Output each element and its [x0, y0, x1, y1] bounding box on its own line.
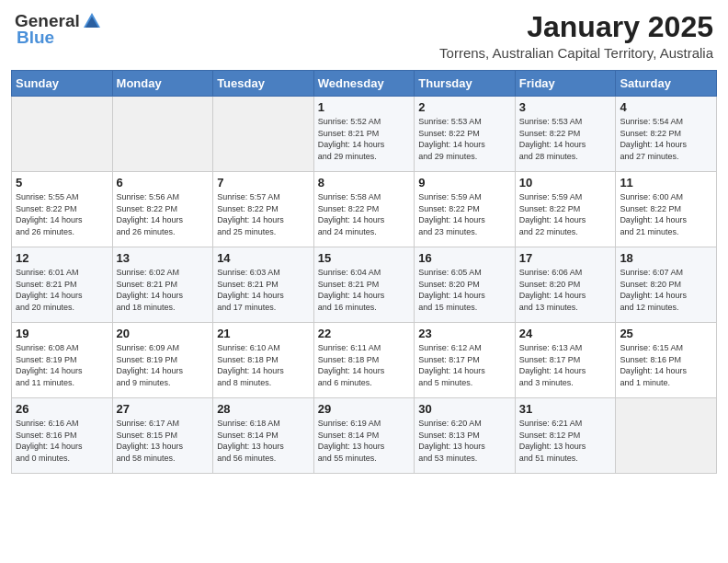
day-header-monday: Monday — [112, 71, 213, 97]
calendar-cell: 23Sunrise: 6:12 AM Sunset: 8:17 PM Dayli… — [415, 323, 516, 398]
day-number: 25 — [620, 327, 712, 340]
day-number: 27 — [117, 402, 210, 416]
day-info: Sunrise: 5:59 AM Sunset: 8:22 PM Dayligh… — [418, 191, 511, 237]
day-number: 26 — [16, 402, 108, 416]
day-number: 20 — [117, 327, 210, 340]
calendar-cell: 6Sunrise: 5:56 AM Sunset: 8:22 PM Daylig… — [112, 172, 213, 247]
day-info: Sunrise: 6:16 AM Sunset: 8:16 PM Dayligh… — [16, 418, 108, 464]
day-info: Sunrise: 6:09 AM Sunset: 8:19 PM Dayligh… — [117, 342, 210, 388]
calendar-cell: 11Sunrise: 6:00 AM Sunset: 8:22 PM Dayli… — [616, 172, 717, 247]
day-number: 23 — [418, 327, 511, 340]
day-info: Sunrise: 6:20 AM Sunset: 8:13 PM Dayligh… — [418, 418, 511, 464]
day-number: 15 — [318, 251, 411, 265]
calendar-cell: 3Sunrise: 5:53 AM Sunset: 8:22 PM Daylig… — [515, 97, 616, 172]
day-number: 18 — [620, 251, 712, 265]
day-info: Sunrise: 6:10 AM Sunset: 8:18 PM Dayligh… — [217, 342, 310, 388]
calendar-week-2: 5Sunrise: 5:55 AM Sunset: 8:22 PM Daylig… — [12, 172, 717, 247]
day-info: Sunrise: 5:55 AM Sunset: 8:22 PM Dayligh… — [16, 191, 108, 237]
calendar-cell: 16Sunrise: 6:05 AM Sunset: 8:20 PM Dayli… — [415, 247, 516, 323]
day-info: Sunrise: 5:58 AM Sunset: 8:22 PM Dayligh… — [318, 191, 411, 237]
day-number: 24 — [519, 327, 612, 340]
calendar-cell: 19Sunrise: 6:08 AM Sunset: 8:19 PM Dayli… — [12, 323, 113, 398]
day-info: Sunrise: 6:08 AM Sunset: 8:19 PM Dayligh… — [16, 342, 108, 388]
day-header-thursday: Thursday — [415, 71, 516, 97]
day-info: Sunrise: 6:02 AM Sunset: 8:21 PM Dayligh… — [117, 267, 210, 313]
calendar-header-row: SundayMondayTuesdayWednesdayThursdayFrid… — [12, 71, 717, 97]
calendar-cell: 27Sunrise: 6:17 AM Sunset: 8:15 PM Dayli… — [112, 398, 213, 474]
day-info: Sunrise: 6:18 AM Sunset: 8:14 PM Dayligh… — [217, 418, 310, 464]
day-number: 2 — [418, 100, 511, 114]
day-info: Sunrise: 6:03 AM Sunset: 8:21 PM Dayligh… — [217, 267, 310, 313]
day-number: 21 — [217, 327, 310, 340]
day-number: 17 — [519, 251, 612, 265]
day-info: Sunrise: 6:05 AM Sunset: 8:20 PM Dayligh… — [418, 267, 511, 313]
calendar-week-1: 1Sunrise: 5:52 AM Sunset: 8:21 PM Daylig… — [12, 97, 717, 172]
calendar-cell: 4Sunrise: 5:54 AM Sunset: 8:22 PM Daylig… — [616, 97, 717, 172]
day-info: Sunrise: 6:01 AM Sunset: 8:21 PM Dayligh… — [16, 267, 108, 313]
calendar-cell: 25Sunrise: 6:15 AM Sunset: 8:16 PM Dayli… — [616, 323, 717, 398]
day-number: 13 — [117, 251, 210, 265]
logo-blue-text: Blue — [17, 28, 54, 48]
logo: General Blue — [15, 11, 102, 48]
day-number: 14 — [217, 251, 310, 265]
day-number: 9 — [418, 176, 511, 190]
location-subtitle: Torrens, Australian Capital Territory, A… — [439, 45, 713, 61]
day-info: Sunrise: 5:52 AM Sunset: 8:21 PM Dayligh… — [318, 116, 411, 162]
day-number: 4 — [620, 100, 712, 114]
day-info: Sunrise: 6:15 AM Sunset: 8:16 PM Dayligh… — [620, 342, 712, 388]
calendar-week-4: 19Sunrise: 6:08 AM Sunset: 8:19 PM Dayli… — [12, 323, 717, 398]
calendar-cell — [213, 97, 314, 172]
day-info: Sunrise: 5:59 AM Sunset: 8:22 PM Dayligh… — [519, 191, 612, 237]
calendar-container: SundayMondayTuesdayWednesdayThursdayFrid… — [0, 64, 728, 485]
calendar-cell: 29Sunrise: 6:19 AM Sunset: 8:14 PM Dayli… — [313, 398, 415, 474]
day-info: Sunrise: 6:13 AM Sunset: 8:17 PM Dayligh… — [519, 342, 612, 388]
day-number: 7 — [217, 176, 310, 190]
calendar-cell: 10Sunrise: 5:59 AM Sunset: 8:22 PM Dayli… — [515, 172, 616, 247]
calendar-cell: 7Sunrise: 5:57 AM Sunset: 8:22 PM Daylig… — [213, 172, 314, 247]
calendar-cell: 15Sunrise: 6:04 AM Sunset: 8:21 PM Dayli… — [313, 247, 415, 323]
calendar-cell: 13Sunrise: 6:02 AM Sunset: 8:21 PM Dayli… — [112, 247, 213, 323]
day-info: Sunrise: 5:53 AM Sunset: 8:22 PM Dayligh… — [519, 116, 612, 162]
day-number: 6 — [117, 176, 210, 190]
logo-icon — [82, 11, 102, 31]
day-header-tuesday: Tuesday — [213, 71, 314, 97]
day-number: 11 — [620, 176, 712, 190]
calendar-cell: 2Sunrise: 5:53 AM Sunset: 8:22 PM Daylig… — [415, 97, 516, 172]
calendar-cell: 24Sunrise: 6:13 AM Sunset: 8:17 PM Dayli… — [515, 323, 616, 398]
day-info: Sunrise: 6:12 AM Sunset: 8:17 PM Dayligh… — [418, 342, 511, 388]
calendar-cell: 9Sunrise: 5:59 AM Sunset: 8:22 PM Daylig… — [415, 172, 516, 247]
page-header: General Blue January 2025 Torrens, Austr… — [0, 0, 728, 64]
calendar-week-5: 26Sunrise: 6:16 AM Sunset: 8:16 PM Dayli… — [12, 398, 717, 474]
calendar-cell: 5Sunrise: 5:55 AM Sunset: 8:22 PM Daylig… — [12, 172, 113, 247]
calendar-week-3: 12Sunrise: 6:01 AM Sunset: 8:21 PM Dayli… — [12, 247, 717, 323]
day-number: 29 — [318, 402, 411, 416]
day-info: Sunrise: 6:07 AM Sunset: 8:20 PM Dayligh… — [620, 267, 712, 313]
day-number: 31 — [519, 402, 612, 416]
day-number: 12 — [16, 251, 108, 265]
calendar-cell: 14Sunrise: 6:03 AM Sunset: 8:21 PM Dayli… — [213, 247, 314, 323]
calendar-cell — [12, 97, 113, 172]
day-header-wednesday: Wednesday — [313, 71, 415, 97]
day-number: 28 — [217, 402, 310, 416]
calendar-cell: 31Sunrise: 6:21 AM Sunset: 8:12 PM Dayli… — [515, 398, 616, 474]
day-info: Sunrise: 5:54 AM Sunset: 8:22 PM Dayligh… — [620, 116, 712, 162]
title-section: January 2025 Torrens, Australian Capital… — [439, 11, 713, 61]
calendar-cell: 22Sunrise: 6:11 AM Sunset: 8:18 PM Dayli… — [313, 323, 415, 398]
day-info: Sunrise: 5:57 AM Sunset: 8:22 PM Dayligh… — [217, 191, 310, 237]
day-number: 16 — [418, 251, 511, 265]
calendar-cell: 21Sunrise: 6:10 AM Sunset: 8:18 PM Dayli… — [213, 323, 314, 398]
calendar-cell: 26Sunrise: 6:16 AM Sunset: 8:16 PM Dayli… — [12, 398, 113, 474]
day-info: Sunrise: 6:21 AM Sunset: 8:12 PM Dayligh… — [519, 418, 612, 464]
day-number: 1 — [318, 100, 411, 114]
day-info: Sunrise: 5:53 AM Sunset: 8:22 PM Dayligh… — [418, 116, 511, 162]
day-number: 8 — [318, 176, 411, 190]
day-number: 10 — [519, 176, 612, 190]
calendar-table: SundayMondayTuesdayWednesdayThursdayFrid… — [11, 70, 717, 474]
day-header-sunday: Sunday — [12, 71, 113, 97]
day-info: Sunrise: 5:56 AM Sunset: 8:22 PM Dayligh… — [117, 191, 210, 237]
calendar-cell: 1Sunrise: 5:52 AM Sunset: 8:21 PM Daylig… — [313, 97, 415, 172]
calendar-cell: 28Sunrise: 6:18 AM Sunset: 8:14 PM Dayli… — [213, 398, 314, 474]
day-number: 19 — [16, 327, 108, 340]
calendar-cell — [112, 97, 213, 172]
day-header-saturday: Saturday — [616, 71, 717, 97]
